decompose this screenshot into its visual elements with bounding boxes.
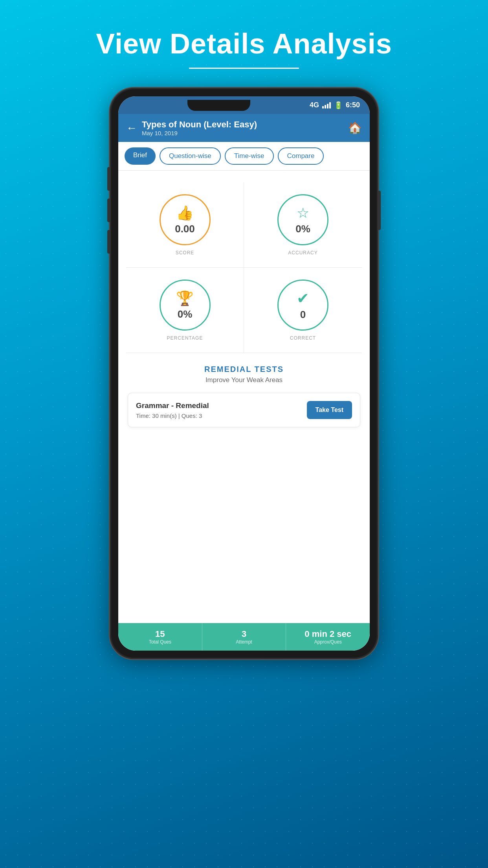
score-label: SCORE	[176, 250, 194, 256]
trophy-icon: 🏆	[176, 290, 194, 307]
signal-bar-1	[322, 106, 324, 108]
correct-label: CORRECT	[290, 335, 316, 341]
page-title: View Details Analysis	[96, 28, 392, 60]
stat-score: 👍 0.00 SCORE	[126, 182, 244, 268]
percentage-label: PERCENTAGE	[167, 335, 203, 341]
notch	[187, 100, 250, 111]
percentage-value: 0%	[178, 308, 193, 320]
tabs-container: Brief Question-wise Time-wise Compare	[118, 142, 370, 171]
stats-grid: 👍 0.00 SCORE ☆ 0% ACCURACY	[126, 182, 362, 353]
back-button[interactable]: ←	[126, 122, 137, 134]
remedial-card-details: Time: 30 min(s) | Ques: 3	[136, 412, 209, 419]
time-display: 6:50	[346, 101, 360, 109]
remedial-section: REMEDIAL TESTS Improve Your Weak Areas G…	[118, 353, 370, 623]
correct-circle: ✔ 0	[277, 280, 328, 331]
status-right: 4G 🔋 6:50	[310, 101, 360, 110]
star-icon: ☆	[297, 205, 309, 221]
tab-brief[interactable]: Brief	[125, 147, 156, 165]
phone-frame: 4G 🔋 6:50 ← Types of Noun (Level: Easy)	[110, 88, 378, 658]
stat-percentage: 🏆 0% PERCENTAGE	[126, 268, 244, 353]
tab-time-wise[interactable]: Time-wise	[225, 147, 274, 165]
accuracy-label: ACCURACY	[288, 250, 317, 256]
tab-question-wise[interactable]: Question-wise	[160, 147, 221, 165]
correct-value: 0	[300, 309, 306, 321]
bottom-total-ques: 15 Total Ques	[118, 623, 202, 651]
network-label: 4G	[310, 101, 319, 109]
header-title-block: Types of Noun (Level: Easy) May 10, 2019	[142, 120, 348, 136]
bottom-attempt: 3 Attempt	[202, 623, 286, 651]
remedial-card: Grammar - Remedial Time: 30 min(s) | Que…	[128, 393, 360, 427]
take-test-button[interactable]: Take Test	[307, 401, 352, 419]
bottom-approx: 0 min 2 sec Approx/Ques	[286, 623, 370, 651]
home-button[interactable]: 🏠	[348, 121, 362, 134]
status-bar: 4G 🔋 6:50	[118, 96, 370, 114]
thumbs-up-icon: 👍	[176, 205, 194, 221]
title-divider	[189, 68, 299, 69]
stat-accuracy: ☆ 0% ACCURACY	[244, 182, 362, 268]
bottom-bar: 15 Total Ques 3 Attempt 0 min 2 sec Appr…	[118, 623, 370, 651]
remedial-subtitle: Improve Your Weak Areas	[128, 376, 360, 384]
total-ques-value: 15	[155, 629, 165, 639]
check-icon: ✔	[297, 290, 309, 307]
main-content: 👍 0.00 SCORE ☆ 0% ACCURACY	[118, 171, 370, 651]
page-header: View Details Analysis	[96, 28, 392, 69]
accuracy-value: 0%	[295, 223, 310, 235]
remedial-title: REMEDIAL TESTS	[128, 365, 360, 374]
phone-screen: 4G 🔋 6:50 ← Types of Noun (Level: Easy)	[118, 96, 370, 651]
approx-label: Approx/Ques	[314, 639, 342, 645]
score-value: 0.00	[175, 223, 195, 235]
tab-compare[interactable]: Compare	[278, 147, 324, 165]
header-subtitle: May 10, 2019	[142, 130, 348, 136]
stat-correct: ✔ 0 CORRECT	[244, 268, 362, 353]
app-header: ← Types of Noun (Level: Easy) May 10, 20…	[118, 114, 370, 142]
percentage-circle: 🏆 0%	[160, 280, 211, 331]
signal-bar-3	[327, 104, 328, 108]
remedial-info: Grammar - Remedial Time: 30 min(s) | Que…	[136, 401, 209, 419]
attempt-label: Attempt	[236, 639, 252, 645]
header-title: Types of Noun (Level: Easy)	[142, 120, 348, 130]
battery-icon: 🔋	[334, 101, 343, 110]
score-circle: 👍 0.00	[160, 194, 211, 245]
remedial-card-title: Grammar - Remedial	[136, 401, 209, 410]
signal-bar-2	[325, 105, 326, 108]
phone-device: 4G 🔋 6:50 ← Types of Noun (Level: Easy)	[110, 88, 378, 658]
attempt-value: 3	[242, 629, 246, 639]
total-ques-label: Total Ques	[149, 639, 171, 645]
approx-value: 0 min 2 sec	[305, 629, 351, 639]
signal-bar-4	[329, 102, 331, 108]
accuracy-circle: ☆ 0%	[277, 194, 328, 245]
signal-bars	[322, 102, 331, 108]
